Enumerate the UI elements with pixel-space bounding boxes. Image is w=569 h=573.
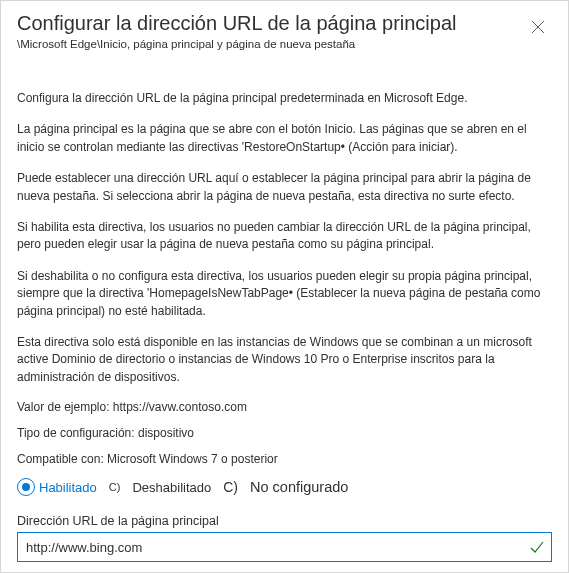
header: Configurar la dirección URL de la página… <box>17 11 552 50</box>
radio-enabled[interactable]: Habilitado <box>17 478 97 496</box>
homepage-url-input[interactable] <box>17 532 552 562</box>
description-paragraph: Esta directiva solo está disponible en l… <box>17 334 552 386</box>
description-paragraph: Si habilita esta directiva, los usuarios… <box>17 219 552 254</box>
compatible-with: Compatible con: Microsoft Windows 7 o po… <box>17 452 552 466</box>
radio-icon-selected <box>17 478 35 496</box>
page-title: Configurar la dirección URL de la página… <box>17 11 524 36</box>
setting-type: Tipo de configuración: dispositivo <box>17 426 552 440</box>
marker: C) <box>109 481 121 493</box>
breadcrumb: \Microsoft Edge\Inicio, página principal… <box>17 38 524 50</box>
description-paragraph: Configura la dirección URL de la página … <box>17 90 552 107</box>
radio-disabled[interactable]: Deshabilitado <box>132 480 211 495</box>
radio-not-configured[interactable]: No configurado <box>250 479 348 495</box>
description-body: Configura la dirección URL de la página … <box>17 90 552 386</box>
close-button[interactable] <box>524 13 552 41</box>
state-radio-group: Habilitado C) Deshabilitado C) No config… <box>17 478 552 496</box>
description-paragraph: Si deshabilita o no configura esta direc… <box>17 268 552 320</box>
description-paragraph: La página principal es la página que se … <box>17 121 552 156</box>
close-icon <box>531 20 545 34</box>
settings-panel: Configurar la dirección URL de la página… <box>1 1 568 573</box>
title-block: Configurar la dirección URL de la página… <box>17 11 524 50</box>
radio-enabled-label: Habilitado <box>39 480 97 495</box>
example-value: Valor de ejemplo: https://vavw.contoso.c… <box>17 400 552 414</box>
radio-disabled-label: Deshabilitado <box>132 480 211 495</box>
marker: C) <box>223 479 238 495</box>
url-field-wrap <box>17 532 552 562</box>
url-field-label: Dirección URL de la página principal <box>17 514 552 528</box>
description-paragraph: Puede establecer una dirección URL aquí … <box>17 170 552 205</box>
radio-not-configured-label: No configurado <box>250 479 348 495</box>
